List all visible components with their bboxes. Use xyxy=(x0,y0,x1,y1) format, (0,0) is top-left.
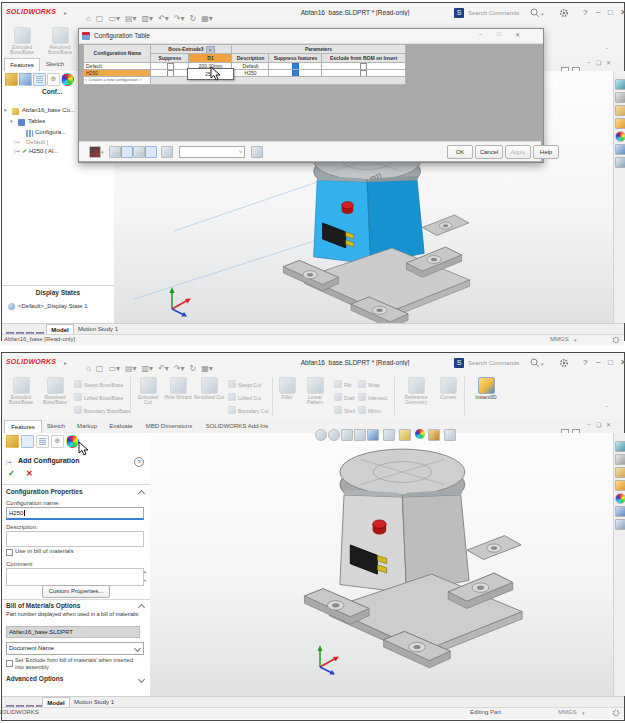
revolved-boss-button[interactable]: Revolved Boss/Base xyxy=(42,27,78,56)
ribbon-collapse-icon[interactable]: ˆ xyxy=(606,47,608,53)
qat-expand-icon[interactable]: ▸ xyxy=(64,359,67,366)
restore-button[interactable]: □ xyxy=(608,358,613,367)
custom-properties-button[interactable]: Custom Properties... xyxy=(42,585,110,598)
instant3d-button[interactable]: Instant3D xyxy=(468,377,504,400)
file-explorer-icon[interactable] xyxy=(615,105,625,116)
units-indicator[interactable]: MMGS xyxy=(558,709,577,715)
featuremanager-tab-icon[interactable] xyxy=(6,435,19,448)
apply-scene-icon[interactable] xyxy=(428,429,440,441)
help-button[interactable]: Help xyxy=(533,145,559,159)
tree-item-root[interactable]: Abfan16_base Co... xyxy=(22,107,78,113)
part-number-field[interactable]: Abfan16_base.SLDPRT xyxy=(6,626,140,638)
tab-mbd-dimensions[interactable]: MBD Dimensions xyxy=(140,420,198,432)
scroll-down-icon[interactable]: ▼ xyxy=(143,578,147,583)
dimxpert-tab-icon[interactable]: ⊕ xyxy=(51,435,64,448)
mirror-button[interactable]: Mirror xyxy=(358,406,381,414)
doc-minimize-icon[interactable]: – xyxy=(587,421,590,427)
propertymanager-tab-icon[interactable] xyxy=(19,73,32,86)
view-settings-icon[interactable] xyxy=(444,429,456,441)
zoom-area-icon[interactable] xyxy=(328,429,340,441)
tree-item-tables[interactable]: Tables xyxy=(28,118,45,124)
config-name-input[interactable]: H250 xyxy=(6,507,144,520)
new-configuration-row[interactable]: < Creates a new configuration > xyxy=(83,76,153,85)
cancel-icon[interactable]: ✕ xyxy=(26,469,33,478)
dialog-close-icon[interactable]: ✕ xyxy=(515,31,520,38)
lofted-cut-button[interactable]: Lofted Cut xyxy=(228,393,261,401)
display-state-item[interactable]: <Default>_Display State 1 xyxy=(18,303,112,309)
units-indicator[interactable]: MMGS xyxy=(550,336,569,342)
units-dropdown-icon[interactable]: ▾ xyxy=(582,710,585,716)
swept-boss-button[interactable]: Swept Boss/Base xyxy=(74,380,123,388)
document-name-dropdown[interactable]: Document Name xyxy=(6,642,144,655)
graphics-area[interactable] xyxy=(150,433,614,696)
preview-icon[interactable] xyxy=(109,146,121,158)
scroll-up-icon[interactable]: ▲ xyxy=(143,569,147,574)
tab-sketch[interactable]: Sketch xyxy=(40,58,70,70)
collapse-icon[interactable] xyxy=(138,604,145,611)
comment-input[interactable] xyxy=(6,568,144,586)
boundary-boss-button[interactable]: Boundary Boss/Base xyxy=(74,406,131,414)
qat-expand-icon[interactable]: ▸ xyxy=(64,9,67,16)
doc-close-icon[interactable]: ✕ xyxy=(606,59,611,66)
search-dropdown-icon[interactable]: ▾ xyxy=(541,361,544,367)
section-advanced-options[interactable]: Advanced Options xyxy=(6,675,63,682)
appearance-icon[interactable] xyxy=(89,146,101,158)
close-button[interactable]: ✕ xyxy=(620,358,625,367)
hole-wizard-button[interactable]: Hole Wizard xyxy=(164,377,192,400)
dimxpert-tab-icon[interactable]: ⊕ xyxy=(47,73,60,86)
refresh-icon[interactable] xyxy=(145,146,157,158)
help-icon[interactable]: ? xyxy=(134,457,144,467)
doc-minimize-icon[interactable]: – xyxy=(587,59,590,65)
zoom-fit-icon[interactable] xyxy=(315,429,327,441)
revolved-boss-button[interactable]: Revolved Boss/Base xyxy=(39,377,71,406)
draft-button[interactable]: Draft xyxy=(334,393,355,401)
configurationmanager-tab-icon[interactable] xyxy=(36,435,49,448)
previous-view-icon[interactable] xyxy=(341,429,353,441)
ok-button[interactable]: OK xyxy=(447,145,473,159)
search-icon[interactable] xyxy=(530,358,540,368)
lofted-boss-button[interactable]: Lofted Boss/Base xyxy=(74,393,123,401)
minimize-button[interactable]: – xyxy=(596,357,600,366)
apply-button[interactable]: Apply xyxy=(505,145,531,159)
close-button[interactable]: ✕ xyxy=(620,8,625,17)
dialog-maximize-icon[interactable]: □ xyxy=(497,31,501,37)
search-icon[interactable] xyxy=(530,8,540,18)
tab-solidworks-addins[interactable]: SOLIDWORKS Add-Ins xyxy=(200,420,274,432)
appearance-dropdown-icon[interactable]: ▾ xyxy=(101,149,104,155)
rib-button[interactable]: Rib xyxy=(334,380,352,388)
save-table-icon[interactable] xyxy=(133,146,145,158)
fillet-button[interactable]: Fillet xyxy=(276,377,298,400)
status-gear-icon[interactable] xyxy=(612,709,620,717)
edit-appearance-icon[interactable] xyxy=(415,429,425,439)
tree-item-h250[interactable]: H250 [ Al... xyxy=(29,148,78,154)
revolved-cut-button[interactable]: Revolved Cut xyxy=(194,377,224,400)
tree-item-config-table[interactable]: Configura... xyxy=(35,129,78,135)
ribbon-collapse-icon[interactable]: ˆ xyxy=(606,405,608,411)
wrap-button[interactable]: Wrap xyxy=(358,380,380,388)
swept-cut-button[interactable]: Swept Cut xyxy=(228,380,261,388)
extruded-boss-button[interactable]: Extruded Boss/Base xyxy=(4,27,40,56)
home-pane-icon[interactable] xyxy=(615,519,625,530)
shell-button[interactable]: Shell xyxy=(334,406,355,414)
tab-sketch[interactable]: Sketch xyxy=(42,420,70,432)
tree-item-default[interactable]: Default [ xyxy=(26,139,78,145)
part-model-gray[interactable] xyxy=(298,447,538,671)
tree-expand-icon[interactable]: ▾ xyxy=(4,107,7,113)
view-palette-icon[interactable] xyxy=(615,480,625,491)
section-bom-options[interactable]: Bill of Materials Options xyxy=(6,602,80,609)
units-dropdown-icon[interactable]: ▾ xyxy=(574,337,577,343)
featuremanager-tab-icon[interactable] xyxy=(5,73,18,86)
help-icon[interactable]: ? xyxy=(583,358,587,367)
cancel-button[interactable]: Cancel xyxy=(475,145,503,159)
tab-features[interactable]: Features xyxy=(4,420,42,434)
custom-properties-icon[interactable] xyxy=(615,506,625,517)
gear-icon[interactable] xyxy=(559,358,569,368)
reference-geometry-button[interactable]: Reference Geometry xyxy=(398,377,434,406)
dialog-minimize-icon[interactable]: – xyxy=(479,31,482,37)
status-gear-icon[interactable] xyxy=(612,336,620,344)
tab-markup[interactable]: Markup xyxy=(72,420,102,432)
copy-table-icon[interactable] xyxy=(161,146,173,158)
search-input[interactable]: Search Commands xyxy=(468,360,519,366)
resources-icon[interactable] xyxy=(615,79,625,90)
displaymanager-tab-icon[interactable] xyxy=(61,73,74,86)
